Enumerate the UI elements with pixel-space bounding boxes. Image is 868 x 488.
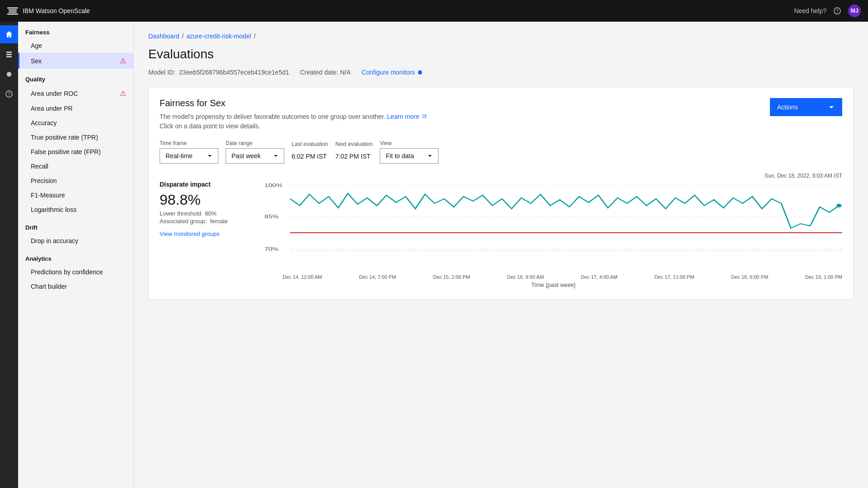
svg-text:100%: 100% (264, 183, 283, 188)
chart-container: Disparate impact 98.8% Lower threshold 8… (160, 181, 842, 288)
nav-item-recall[interactable]: Recall (18, 159, 133, 174)
nav-item-precision[interactable]: Precision (18, 174, 133, 188)
x-axis-footer: Time [past week] (264, 282, 842, 288)
svg-rect-0 (7, 8, 18, 9)
card-description: The model's propensity to deliver favora… (160, 112, 427, 131)
nexteval-value: 7:02 PM IST (335, 149, 373, 164)
nav-item-f1[interactable]: F1-Measure (18, 188, 133, 202)
svg-point-19 (836, 204, 841, 207)
svg-rect-6 (6, 52, 12, 53)
section-title-drift: Drift (18, 217, 133, 234)
top-nav-right: Need help? ? MJ (794, 5, 861, 17)
nav-item-sex[interactable]: Sex ⚠ (18, 53, 133, 69)
model-id-label: Model ID: 23eeb5f268796b4557eceb419ce1e5… (148, 69, 289, 76)
nav-item-tpr[interactable]: True positive rate (TPR) (18, 130, 133, 145)
di-label: Disparate impact (160, 181, 250, 188)
filter-timeframe: Time frame Real-time (160, 140, 218, 164)
svg-text:70%: 70% (264, 246, 278, 252)
learn-more-link[interactable]: Learn more (387, 113, 426, 120)
chart-timestamp: Sun, Dec 18, 2022, 8:03 AM IST (160, 173, 842, 179)
sidebar-icon-settings[interactable] (0, 65, 18, 83)
filter-lasteval: Last evaluation 6:02 PM IST (292, 141, 328, 164)
help-text[interactable]: Need help? (794, 7, 826, 14)
timeframe-chevron (207, 153, 212, 159)
nav-item-fpr[interactable]: False positive rate (FPR) (18, 145, 133, 159)
breadcrumb-sep-2: / (254, 33, 256, 40)
view-select[interactable]: Fit to data (380, 148, 439, 164)
nav-item-drop-accuracy[interactable]: Drop in accuracy (18, 234, 133, 248)
filter-view: View Fit to data (380, 140, 439, 164)
breadcrumb-dashboard[interactable]: Dashboard (148, 33, 179, 40)
nav-item-accuracy[interactable]: Accuracy (18, 116, 133, 130)
svg-rect-2 (9, 12, 17, 13)
filter-daterange: Date range Past week (226, 140, 284, 164)
nav-item-chart-builder[interactable]: Chart builder (18, 279, 133, 294)
brand: IBM Watson OpenScale (7, 5, 90, 16)
breadcrumb-sep-1: / (182, 33, 184, 40)
help-icon[interactable]: ? (834, 7, 841, 14)
timeframe-select[interactable]: Real-time (160, 148, 218, 164)
breadcrumb-model[interactable]: azure-credit-risk-model (186, 33, 251, 40)
nav-item-predictions[interactable]: Predictions by confidence (18, 265, 133, 279)
ibm-logo (7, 5, 18, 16)
svg-text:85%: 85% (264, 214, 278, 219)
svg-rect-3 (7, 14, 18, 14)
svg-rect-8 (6, 56, 12, 57)
sidebar-icon-home[interactable] (0, 25, 18, 43)
actions-button[interactable]: Actions (770, 98, 842, 116)
nav-item-area-roc[interactable]: Area under ROC ⚠ (18, 85, 133, 101)
left-sidebar: ? (0, 22, 18, 488)
section-title-quality: Quality (18, 69, 133, 85)
model-info-bar: Model ID: 23eeb5f268796b4557eceb419ce1e5… (148, 69, 854, 76)
x-axis-labels: Dec 14, 12:00 AM Dec 14, 7:00 PM Dec 15,… (264, 272, 842, 280)
daterange-select[interactable]: Past week (226, 148, 284, 164)
content-area: Dashboard / azure-credit-risk-model / Ev… (134, 22, 868, 488)
sidebar-icon-help[interactable]: ? (0, 85, 18, 103)
daterange-chevron (273, 153, 278, 159)
nav-item-age[interactable]: Age (18, 38, 133, 53)
filter-nexteval: Next evaluation 7:02 PM IST (335, 141, 373, 164)
svg-text:?: ? (8, 92, 10, 97)
card-header: Fairness for Sex The model's propensity … (160, 98, 842, 131)
nav-item-log-loss[interactable]: Logarithmic loss (18, 202, 133, 217)
section-title-analytics: Analytics (18, 248, 133, 265)
avatar[interactable]: MJ (848, 5, 861, 17)
view-chevron (427, 153, 433, 159)
svg-rect-7 (6, 54, 12, 55)
brand-text: IBM Watson OpenScale (23, 7, 90, 14)
di-value: 98.8% (160, 192, 250, 208)
di-group: Associated group: female (160, 218, 250, 225)
di-threshold: Lower threshold 80% (160, 210, 250, 217)
breadcrumb: Dashboard / azure-credit-risk-model / (148, 33, 854, 40)
main-wrapper: Fairness Age Sex ⚠ Quality Area under RO… (18, 22, 868, 488)
external-link-icon (422, 114, 427, 119)
section-title-fairness: Fairness (18, 22, 133, 38)
roc-warning-icon: ⚠ (120, 89, 126, 98)
page-title: Evaluations (148, 47, 854, 61)
view-groups-link[interactable]: View monitored groups (160, 230, 220, 237)
top-nav: IBM Watson OpenScale Need help? ? MJ (0, 0, 868, 22)
sex-warning-icon: ⚠ (120, 56, 126, 65)
created-date: Created date: N/A (300, 69, 351, 76)
configure-icon (417, 69, 423, 75)
fairness-card: Fairness for Sex The model's propensity … (148, 87, 854, 300)
configure-monitors-link[interactable]: Configure monitors (362, 69, 423, 76)
card-title: Fairness for Sex (160, 98, 427, 108)
left-nav: Fairness Age Sex ⚠ Quality Area under RO… (18, 22, 134, 488)
nav-item-area-pr[interactable]: Area under PR (18, 101, 133, 116)
card-header-left: Fairness for Sex The model's propensity … (160, 98, 427, 131)
svg-text:?: ? (836, 9, 839, 14)
fairness-chart[interactable]: 100% 85% 70% (264, 181, 842, 271)
sidebar-icon-models[interactable] (0, 45, 18, 63)
disparate-impact-panel: Disparate impact 98.8% Lower threshold 8… (160, 181, 250, 237)
lasteval-value: 6:02 PM IST (292, 149, 328, 164)
filters-row: Time frame Real-time Date range Past wee… (160, 140, 842, 164)
chevron-down-icon (828, 103, 835, 111)
chart-wrapper: 100% 85% 70% (264, 181, 842, 288)
svg-rect-1 (9, 9, 17, 10)
